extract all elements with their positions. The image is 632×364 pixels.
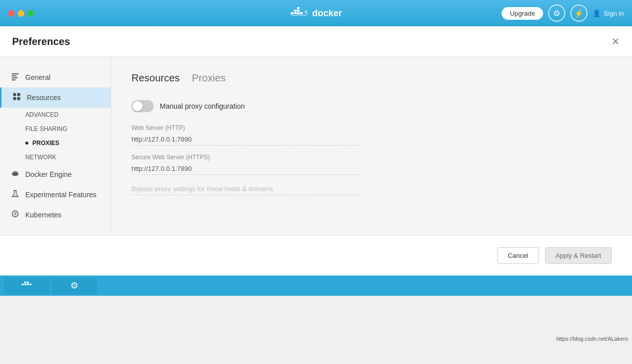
signin-label: Sign in [604,10,624,17]
docker-engine-icon [10,169,20,179]
svg-rect-24 [27,284,29,285]
tab-header: Resources Proxies [131,72,612,86]
https-field-group: Secure Web Server (HTTPS) [131,154,612,175]
svg-rect-2 [294,10,296,12]
minimize-traffic-light[interactable] [18,10,24,17]
app-name-label: docker [312,8,342,19]
svg-rect-8 [12,73,19,74]
svg-rect-10 [12,77,18,78]
status-url: https://blog.csdn.net/ALakers [552,334,632,344]
http-field-group: Web Server (HTTP) [131,124,612,146]
svg-rect-3 [297,12,299,14]
svg-rect-23 [24,282,26,283]
svg-rect-14 [13,97,16,100]
content-panel: Resources Proxies Manual proxy configura… [111,57,632,235]
svg-rect-9 [12,75,17,76]
svg-rect-17 [14,190,17,191]
extension-icon: ⚡ [574,9,584,18]
traffic-lights [8,10,34,17]
svg-rect-1 [294,12,296,14]
taskbar: ⚙ [0,276,632,296]
titlebar-left [8,10,34,17]
preferences-title: Preferences [12,36,70,48]
docker-logo-icon [290,7,308,19]
taskbar-docker-item[interactable] [4,277,50,294]
svg-rect-6 [300,12,302,14]
bypass-field-group [131,183,612,195]
sidebar-subitem-proxies[interactable]: PROXIES [0,136,111,150]
svg-rect-26 [29,284,31,285]
sidebar-resources-label: Resources [27,94,61,102]
sidebar-item-kubernetes[interactable]: Kubernetes [0,205,111,225]
apply-restart-button[interactable]: Apply & Restart [545,247,612,264]
sidebar: General Resources ADVANCED FILE SHARING [0,57,111,235]
file-sharing-label: FILE SHARING [25,125,67,132]
svg-rect-13 [17,93,20,96]
experimental-icon [10,190,20,200]
cancel-button[interactable]: Cancel [497,247,538,264]
close-traffic-light[interactable] [8,10,15,17]
sidebar-subitem-advanced[interactable]: ADVANCED [0,108,111,122]
titlebar: docker Upgrade ⚙ ⚡ 👤 Sign in [0,0,632,26]
sidebar-subitem-network[interactable]: NETWORK [0,150,111,164]
upgrade-button[interactable]: Upgrade [502,7,543,20]
kubernetes-icon [10,210,20,220]
http-server-input[interactable] [131,133,359,146]
main-layout: General Resources ADVANCED FILE SHARING [0,57,632,235]
settings-icon-button[interactable]: ⚙ [548,5,565,22]
svg-point-16 [12,173,18,176]
sidebar-item-resources[interactable]: Resources [0,87,111,108]
svg-point-19 [16,195,16,196]
sidebar-docker-engine-label: Docker Engine [25,170,72,178]
svg-rect-22 [24,284,26,285]
titlebar-right: Upgrade ⚙ ⚡ 👤 Sign in [502,5,624,22]
sidebar-experimental-label: Experimental Features [25,191,97,199]
tab-proxies[interactable]: Proxies [192,72,226,86]
close-preferences-button[interactable]: ✕ [611,35,620,48]
sidebar-subitem-file-sharing[interactable]: FILE SHARING [0,122,111,136]
sidebar-item-docker-engine[interactable]: Docker Engine [0,164,111,185]
resources-icon [12,93,22,103]
sidebar-item-experimental[interactable]: Experimental Features [0,185,111,205]
resources-subitems: ADVANCED FILE SHARING PROXIES NETWORK [0,108,111,164]
signin-button[interactable]: 👤 Sign in [593,10,624,17]
svg-point-18 [14,195,15,196]
taskbar-gear-icon: ⚙ [70,280,78,291]
tab-resources[interactable]: Resources [131,72,180,86]
proxy-toggle-row: Manual proxy configuration [131,100,612,112]
svg-rect-15 [17,97,20,100]
https-field-label: Secure Web Server (HTTPS) [131,154,612,161]
http-field-label: Web Server (HTTP) [131,124,612,131]
preferences-header: Preferences ✕ [0,26,632,57]
taskbar-settings-item[interactable]: ⚙ [52,277,97,294]
bypass-proxy-input[interactable] [131,183,359,195]
svg-rect-5 [297,7,299,9]
svg-point-7 [305,11,307,12]
advanced-label: ADVANCED [25,111,59,118]
sidebar-item-general[interactable]: General [0,67,111,87]
svg-rect-25 [27,282,29,283]
user-icon: 👤 [593,10,601,17]
sidebar-general-label: General [25,73,51,81]
svg-rect-12 [13,93,16,96]
extension-icon-button[interactable]: ⚡ [570,5,588,22]
proxies-label: PROXIES [32,140,59,147]
toggle-knob [132,101,143,111]
network-label: NETWORK [25,154,56,161]
taskbar-docker-icon [21,281,32,291]
footer: Cancel Apply & Restart [0,235,632,276]
sidebar-kubernetes-label: Kubernetes [25,211,62,219]
svg-rect-11 [12,79,16,80]
svg-rect-21 [22,284,24,285]
proxies-bullet-icon [25,142,28,145]
proxy-toggle-label: Manual proxy configuration [160,102,245,110]
https-server-input[interactable] [131,163,359,175]
maximize-traffic-light[interactable] [27,10,34,17]
svg-rect-4 [297,10,299,12]
manual-proxy-toggle[interactable] [131,100,154,112]
titlebar-center: docker [290,7,342,19]
gear-icon: ⚙ [553,9,560,18]
general-icon [10,72,20,82]
